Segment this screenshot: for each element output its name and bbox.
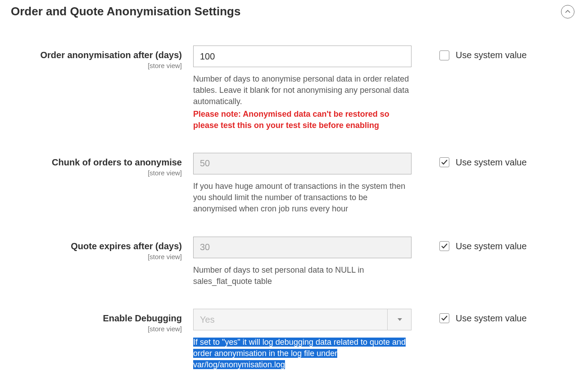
chevron-up-icon (565, 9, 570, 14)
field-input-col: Number of days to anonymise personal dat… (193, 46, 412, 131)
field-row-chunk: Chunk of orders to anonymise [store view… (11, 153, 574, 215)
collapse-toggle-button[interactable] (561, 5, 574, 18)
field-help: Number of days to anonymise personal dat… (193, 73, 412, 108)
field-row-debugging: Enable Debugging [store view] Yes If set… (11, 309, 574, 371)
use-system-label: Use system value (456, 50, 527, 60)
field-input-col: Yes If set to "yes" it will log debuggin… (193, 309, 412, 371)
section-title: Order and Quote Anonymisation Settings (11, 5, 240, 18)
field-label: Enable Debugging (11, 312, 182, 324)
field-warning: Please note: Anonymised data can't be re… (193, 109, 412, 131)
check-icon (441, 315, 448, 321)
field-label-col: Quote expires after (days) [store view] (11, 237, 193, 261)
use-system-label: Use system value (456, 313, 527, 324)
field-label: Order anonymisation after (days) (11, 49, 182, 61)
field-help: Number of days to set personal data to N… (193, 265, 412, 287)
field-row-quote-expires: Quote expires after (days) [store view] … (11, 237, 574, 287)
field-sys-col: Use system value (412, 237, 527, 251)
use-system-checkbox-chunk[interactable] (439, 157, 449, 167)
select-wrap: Yes (193, 309, 412, 330)
field-input-col: Number of days to set personal data to N… (193, 237, 412, 287)
check-icon (441, 243, 448, 249)
field-scope: [store view] (11, 169, 182, 177)
use-system-checkbox-debugging[interactable] (439, 313, 449, 323)
field-row-order-anon: Order anonymisation after (days) [store … (11, 46, 574, 131)
check-icon (441, 159, 448, 165)
field-label: Quote expires after (days) (11, 240, 182, 252)
field-scope: [store view] (11, 253, 182, 261)
debugging-select[interactable]: Yes (193, 309, 412, 330)
field-scope: [store view] (11, 62, 182, 69)
field-input-col: If you have huge amount of transactions … (193, 153, 412, 215)
chunk-input[interactable] (193, 153, 412, 174)
field-label: Chunk of orders to anonymise (11, 156, 182, 168)
field-label-col: Enable Debugging [store view] (11, 309, 193, 333)
field-label-col: Chunk of orders to anonymise [store view… (11, 153, 193, 177)
field-help-highlighted: If set to "yes" it will log debugging da… (193, 337, 412, 371)
field-label-col: Order anonymisation after (days) [store … (11, 46, 193, 69)
order-anon-input[interactable] (193, 46, 412, 67)
field-sys-col: Use system value (412, 46, 527, 60)
field-scope: [store view] (11, 325, 182, 333)
use-system-label: Use system value (456, 157, 527, 168)
use-system-checkbox-quote-expires[interactable] (439, 241, 449, 251)
field-sys-col: Use system value (412, 153, 527, 168)
field-help: If you have huge amount of transactions … (193, 181, 412, 215)
field-sys-col: Use system value (412, 309, 527, 324)
section-header: Order and Quote Anonymisation Settings (11, 5, 574, 18)
use-system-label: Use system value (456, 241, 527, 251)
use-system-checkbox-order-anon[interactable] (439, 50, 449, 60)
quote-expires-input[interactable] (193, 237, 412, 258)
